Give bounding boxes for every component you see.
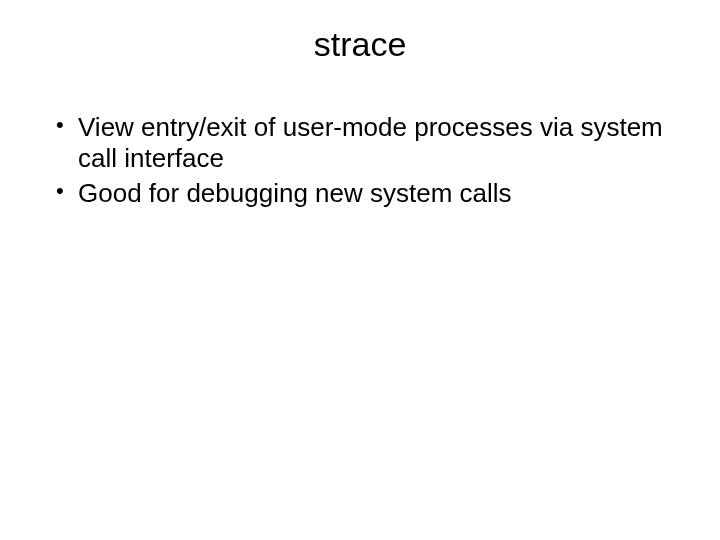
- slide-title: strace: [50, 25, 670, 64]
- bullet-list: View entry/exit of user-mode processes v…: [50, 112, 670, 210]
- slide: strace View entry/exit of user-mode proc…: [0, 0, 720, 540]
- bullet-item: Good for debugging new system calls: [50, 178, 670, 209]
- bullet-item: View entry/exit of user-mode processes v…: [50, 112, 670, 174]
